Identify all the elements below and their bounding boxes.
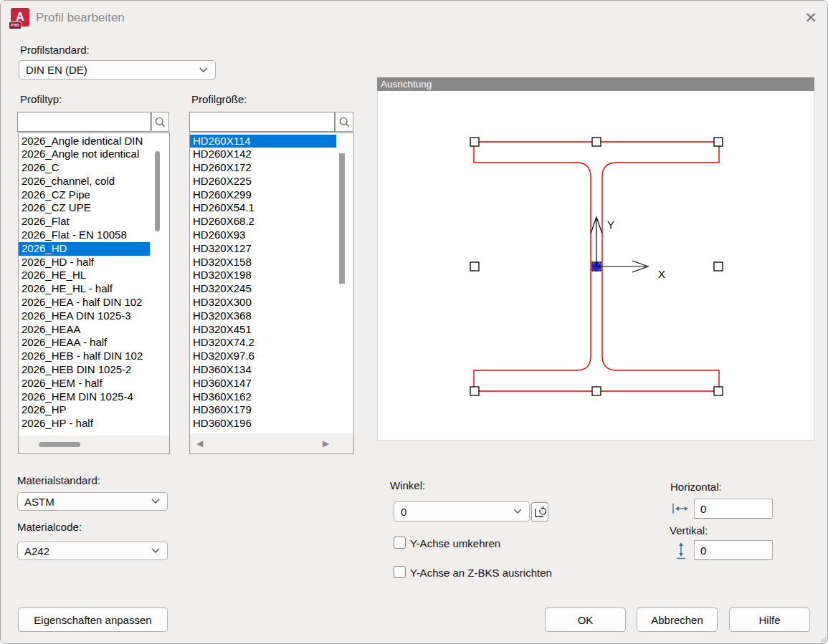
chevron-down-icon — [513, 509, 522, 514]
material-code-select[interactable]: A242 — [17, 542, 168, 560]
list-item[interactable]: 2026_CZ UPE — [19, 201, 150, 215]
horizontal-offset-icon — [672, 503, 691, 514]
help-button[interactable]: Hilfe — [729, 607, 810, 632]
list-item[interactable]: 2026_HP - half — [19, 417, 150, 431]
list-item[interactable]: HD320X97.6 — [190, 350, 336, 363]
list-item[interactable]: HD320X158 — [190, 256, 336, 269]
axis-y-label: Y — [607, 218, 614, 231]
profile-size-search-button[interactable] — [335, 112, 353, 132]
profile-type-hscrollbar-thumb[interactable] — [39, 442, 80, 447]
list-item[interactable]: 2026_Flat — [19, 215, 150, 229]
profile-type-label: Profiltyp: — [20, 93, 62, 105]
list-item[interactable]: 2026_HEAA — [19, 323, 150, 337]
axis-x-label: X — [658, 268, 665, 280]
angle-value: 0 — [401, 506, 406, 518]
align-y-axis-zucs-checkbox[interactable] — [394, 566, 406, 578]
list-item[interactable]: 2026_channel, cold — [19, 175, 150, 188]
resize-grip[interactable] — [819, 635, 827, 643]
list-item[interactable]: 2026_CZ Pipe — [19, 188, 150, 202]
vertical-offset-input[interactable] — [694, 540, 773, 560]
material-code-value: A242 — [24, 545, 49, 557]
invert-y-axis-label: Y-Achse umkehren — [410, 537, 500, 549]
list-item[interactable]: HD260X68.2 — [190, 215, 336, 229]
list-item[interactable]: HD320X368 — [190, 309, 336, 323]
profile-type-vscrollbar-thumb[interactable] — [155, 151, 160, 231]
list-item[interactable]: HD260X225 — [190, 175, 336, 188]
list-item[interactable]: HD260X54.1 — [190, 201, 336, 215]
list-item[interactable]: 2026_HEB - half DIN 102 — [19, 350, 150, 363]
profile-size-label: Profilgröße: — [191, 93, 247, 105]
list-item[interactable]: HD360X179 — [190, 403, 336, 417]
profile-preview-svg: Y X — [378, 91, 814, 439]
list-item[interactable]: 2026_Angle identical DIN — [19, 135, 150, 148]
horizontal-label: Horizontal: — [670, 481, 722, 493]
list-item[interactable]: HD320X245 — [190, 282, 336, 296]
list-item[interactable]: HD320X127 — [190, 242, 336, 256]
list-item[interactable]: HD260X142 — [190, 148, 336, 161]
alignment-panel-header: Ausrichtung — [377, 77, 814, 91]
list-item[interactable]: HD320X451 — [190, 323, 336, 337]
list-item[interactable]: HD320X198 — [190, 269, 336, 282]
profile-type-list[interactable]: 2026_Angle identical DIN2026_Angle not i… — [19, 135, 150, 431]
pick-angle-button[interactable] — [531, 502, 548, 522]
list-item[interactable]: 2026_HEM DIN 1025-4 — [19, 390, 150, 404]
list-item[interactable]: 2026_C — [19, 161, 150, 175]
list-item[interactable]: 2026_HE_HL - half — [19, 282, 150, 296]
list-item[interactable]: 2026_HEA - half DIN 102 — [19, 296, 150, 309]
profile-size-search-input[interactable] — [189, 112, 335, 132]
list-item[interactable]: 2026_HEA DIN 1025-3 — [19, 309, 150, 323]
align-y-axis-zucs-label: Y-Achse an Z-BKS ausrichten — [410, 567, 552, 579]
ok-button[interactable]: OK — [545, 607, 626, 632]
close-icon[interactable]: ✕ — [800, 7, 822, 29]
material-standard-value: ASTM — [24, 496, 54, 508]
list-item[interactable]: HD360X196 — [190, 417, 336, 431]
scroll-left-icon[interactable]: ◀ — [196, 438, 203, 448]
list-item[interactable]: HD260X93 — [190, 229, 336, 242]
profile-standard-label: Profilstandard: — [20, 44, 90, 56]
horizontal-offset-input[interactable] — [694, 499, 773, 519]
list-item[interactable]: HD360X147 — [190, 377, 336, 390]
chevron-down-icon — [151, 499, 160, 504]
list-item[interactable]: 2026_HEAA - half — [19, 336, 150, 350]
window-title: Profil bearbeiten — [36, 11, 125, 25]
material-standard-select[interactable]: ASTM — [17, 492, 168, 511]
profile-size-list[interactable]: HD260X114HD260X142HD260X172HD260X225HD26… — [190, 135, 336, 431]
list-item[interactable]: 2026_HD - half — [19, 256, 150, 269]
scroll-right-icon[interactable]: ▶ — [323, 438, 329, 448]
profile-standard-select[interactable]: DIN EN (DE) — [19, 60, 216, 80]
list-item[interactable]: 2026_Angle not identical — [19, 148, 150, 161]
angle-select[interactable]: 0 — [394, 501, 530, 522]
list-item[interactable]: 2026_HD — [19, 242, 150, 256]
magnifier-icon — [338, 116, 351, 128]
list-item[interactable]: HD360X162 — [190, 390, 336, 404]
list-item[interactable]: 2026_HEB DIN 1025-2 — [19, 363, 150, 377]
list-item[interactable]: 2026_HEM - half — [19, 377, 150, 390]
profil-bearbeiten-dialog: A P3D Profil bearbeiten ✕ Profilstandard… — [0, 0, 828, 644]
list-item[interactable]: HD260X299 — [190, 188, 336, 202]
material-code-label: Materialcode: — [17, 521, 82, 533]
profile-type-search-button[interactable] — [151, 112, 169, 132]
list-item[interactable]: 2026_HP — [19, 403, 150, 417]
list-item[interactable]: HD260X114 — [190, 135, 336, 148]
invert-y-axis-checkbox[interactable] — [394, 537, 406, 549]
list-item[interactable]: 2026_Flat - EN 10058 — [19, 229, 150, 242]
profile-type-search-input[interactable] — [17, 112, 151, 132]
adjust-properties-button[interactable]: Eigenschaften anpassen — [18, 607, 168, 632]
profile-size-vscrollbar-thumb[interactable] — [339, 153, 345, 284]
list-item[interactable]: HD320X74.2 — [190, 336, 336, 350]
alignment-preview-canvas: Y X — [377, 91, 814, 441]
autocad-plant3d-icon: A P3D — [11, 8, 29, 27]
magnifier-icon — [154, 116, 166, 128]
rotate-angle-icon — [533, 506, 546, 519]
vertical-label: Vertikal: — [670, 524, 708, 537]
cancel-button[interactable]: Abbrechen — [637, 607, 718, 632]
app-icon-badge: P3D — [9, 21, 22, 29]
list-item[interactable]: HD360X134 — [190, 363, 336, 377]
angle-label: Winkel: — [390, 479, 425, 491]
list-item[interactable]: HD260X172 — [190, 161, 336, 175]
material-standard-label: Materialstandard: — [17, 474, 100, 486]
list-item[interactable]: HD320X300 — [190, 296, 336, 309]
chevron-down-icon — [151, 548, 160, 554]
chevron-down-icon — [199, 67, 208, 73]
list-item[interactable]: 2026_HE_HL — [19, 269, 150, 282]
